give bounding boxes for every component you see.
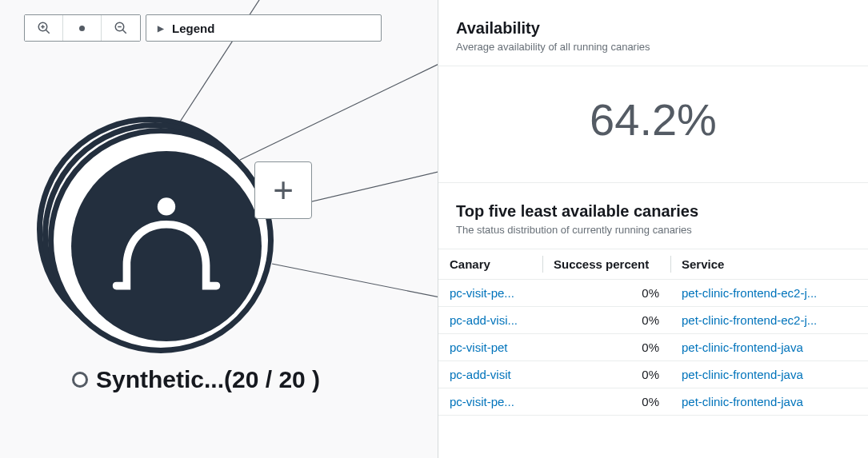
least-available-desc: The status distribution of currently run… xyxy=(456,224,850,236)
col-service[interactable]: Service xyxy=(670,249,868,280)
availability-card: Availability Average availability of all… xyxy=(438,0,868,183)
svg-line-3 xyxy=(272,264,438,304)
zoom-out-button[interactable] xyxy=(102,15,140,41)
service-link[interactable]: pet-clinic-frontend-ec2-j... xyxy=(682,313,817,327)
zoom-controls xyxy=(24,14,141,42)
service-link[interactable]: pet-clinic-frontend-java xyxy=(682,395,803,408)
table-row: pc-visit-pe...0%pet-clinic-frontend-ec2-… xyxy=(438,280,868,307)
details-panel: Availability Average availability of all… xyxy=(438,0,868,458)
table-row: pc-visit-pet0%pet-clinic-frontend-java xyxy=(438,334,868,361)
zoom-in-icon xyxy=(37,21,51,35)
plus-icon: + xyxy=(273,170,294,210)
table-row: pc-visit-pe...0%pet-clinic-frontend-java xyxy=(438,388,868,416)
table-row: pc-add-visi...0%pet-clinic-frontend-ec2-… xyxy=(438,307,868,334)
expand-node-button[interactable]: + xyxy=(254,161,312,219)
canary-table: Canary Success percent Service pc-visit-… xyxy=(438,249,868,416)
success-cell: 0% xyxy=(542,280,670,307)
col-canary[interactable]: Canary xyxy=(438,249,542,280)
least-available-card: Top five least available canaries The st… xyxy=(438,183,868,416)
availability-value: 64.2% xyxy=(438,66,868,182)
legend-toggle[interactable]: ▶ Legend xyxy=(146,14,382,42)
availability-desc: Average availability of all running cana… xyxy=(456,41,850,53)
svg-point-11 xyxy=(158,197,175,215)
canary-link[interactable]: pc-add-visit xyxy=(450,368,511,381)
canary-link[interactable]: pc-add-visi... xyxy=(450,313,518,327)
zoom-reset-button[interactable] xyxy=(63,15,102,41)
node-fill xyxy=(71,151,262,341)
service-link[interactable]: pet-clinic-frontend-java xyxy=(682,341,803,354)
success-cell: 0% xyxy=(542,334,670,361)
service-link[interactable]: pet-clinic-frontend-ec2-j... xyxy=(682,286,817,300)
dot-icon xyxy=(79,26,85,31)
caret-right-icon: ▶ xyxy=(158,24,164,33)
zoom-out-icon xyxy=(114,21,128,35)
zoom-in-button[interactable] xyxy=(25,15,63,41)
svg-line-9 xyxy=(122,30,126,34)
success-cell: 0% xyxy=(542,388,670,416)
success-cell: 0% xyxy=(542,361,670,388)
svg-line-5 xyxy=(46,30,50,34)
svg-line-1 xyxy=(240,48,438,160)
canary-link[interactable]: pc-visit-pe... xyxy=(450,286,514,300)
canary-link[interactable]: pc-visit-pe... xyxy=(450,395,514,408)
success-cell: 0% xyxy=(542,307,670,334)
node-label: Synthetic...(20 / 20 ) xyxy=(72,366,320,393)
status-indicator-icon xyxy=(72,372,88,388)
node-ring-main xyxy=(48,128,274,353)
graph-toolbar: ▶ Legend xyxy=(24,14,382,42)
graph-panel: ▶ Legend + Synthetic...(20 / 20 ) xyxy=(0,0,438,458)
availability-title: Availability xyxy=(456,19,850,38)
canary-icon xyxy=(102,182,230,310)
service-link[interactable]: pet-clinic-frontend-java xyxy=(682,368,803,381)
col-success[interactable]: Success percent xyxy=(542,249,670,280)
least-available-title: Top five least available canaries xyxy=(456,202,850,221)
canary-link[interactable]: pc-visit-pet xyxy=(450,341,508,354)
table-row: pc-add-visit0%pet-clinic-frontend-java xyxy=(438,361,868,388)
legend-label: Legend xyxy=(172,22,214,35)
node-label-text: Synthetic...(20 / 20 ) xyxy=(96,366,320,393)
